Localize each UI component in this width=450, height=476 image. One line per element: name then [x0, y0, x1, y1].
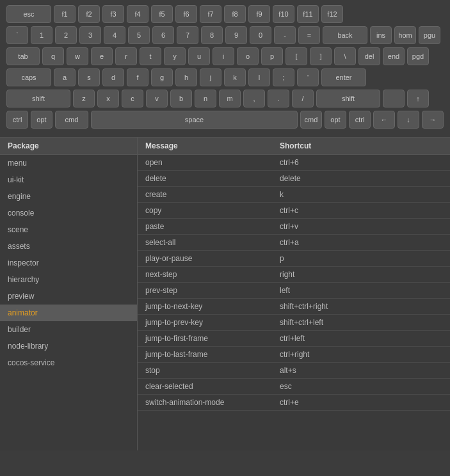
key-v[interactable]: v — [146, 90, 168, 107]
key-r[interactable]: r — [115, 47, 137, 65]
key-3[interactable]: 3 — [79, 26, 101, 44]
key-f1[interactable]: f1 — [54, 5, 76, 23]
key-cmd[interactable]: cmd — [300, 111, 322, 129]
key-x[interactable]: x — [97, 90, 119, 107]
key-t[interactable]: t — [140, 47, 161, 65]
key-4[interactable]: 4 — [104, 26, 125, 44]
sidebar-item-ui-kit[interactable]: ui-kit — [0, 171, 137, 188]
key-6[interactable]: 6 — [152, 26, 174, 44]
key-f12[interactable]: f12 — [321, 5, 343, 23]
key-cmd[interactable]: cmd — [55, 111, 88, 129]
key-s[interactable]: s — [78, 68, 100, 86]
key-7[interactable]: 7 — [177, 26, 198, 44]
key-d[interactable]: d — [102, 68, 124, 86]
key-.[interactable]: . — [268, 90, 289, 107]
key-i[interactable]: i — [213, 47, 234, 65]
sidebar-item-assets[interactable]: assets — [0, 238, 137, 255]
key-l[interactable]: l — [248, 68, 270, 86]
key-g[interactable]: g — [151, 68, 173, 86]
key-[[interactable]: [ — [285, 47, 307, 65]
key-8[interactable]: 8 — [201, 26, 223, 44]
key-space[interactable]: space — [91, 111, 298, 129]
sidebar-item-node-library[interactable]: node-library — [0, 338, 137, 354]
key-f9[interactable]: f9 — [248, 5, 270, 23]
sidebar-item-cocos-service[interactable]: cocos-service — [0, 354, 137, 371]
sidebar-item-console[interactable]: console — [0, 205, 137, 221]
key--[interactable]: - — [274, 26, 296, 44]
key-9[interactable]: 9 — [225, 26, 247, 44]
key-p[interactable]: p — [261, 47, 283, 65]
cell-message: play-or-pause — [145, 254, 280, 263]
sidebar-item-menu[interactable]: menu — [0, 155, 137, 171]
sidebar-item-scene[interactable]: scene — [0, 221, 137, 238]
key-h[interactable]: h — [175, 68, 197, 86]
key-w[interactable]: w — [67, 47, 88, 65]
key-'[interactable]: ' — [297, 68, 319, 86]
sidebar-item-hierarchy[interactable]: hierarchy — [0, 271, 137, 288]
key-f11[interactable]: f11 — [297, 5, 319, 23]
key-shift[interactable]: shift — [316, 90, 380, 107]
key-↓[interactable]: ↓ — [398, 111, 419, 129]
cell-shortcut: shift+ctrl+left — [280, 318, 442, 327]
key-k[interactable]: k — [224, 68, 246, 86]
key-][interactable]: ] — [310, 47, 332, 65]
key-\[interactable]: \ — [334, 47, 356, 65]
key-a[interactable]: a — [54, 68, 76, 86]
sidebar-item-preview[interactable]: preview — [0, 288, 137, 305]
key-f7[interactable]: f7 — [200, 5, 221, 23]
key-f6[interactable]: f6 — [175, 5, 197, 23]
key-shift[interactable]: shift — [6, 90, 70, 107]
key-j[interactable]: j — [200, 68, 221, 86]
key-pgd[interactable]: pgd — [407, 47, 429, 65]
key-n[interactable]: n — [195, 90, 216, 107]
key-,[interactable]: , — [243, 90, 265, 107]
key-→[interactable]: → — [422, 111, 444, 129]
key-2[interactable]: 2 — [55, 26, 77, 44]
key-q[interactable]: q — [42, 47, 64, 65]
key-ins[interactable]: ins — [370, 26, 392, 44]
key-f[interactable]: f — [127, 68, 149, 86]
key-u[interactable]: u — [188, 47, 210, 65]
key-/[interactable]: / — [292, 90, 314, 107]
key-tab[interactable]: tab — [6, 47, 40, 65]
sidebar-item-inspector[interactable]: inspector — [0, 255, 137, 271]
key-0[interactable]: 0 — [250, 26, 271, 44]
cell-message: select-all — [145, 238, 280, 247]
key-y[interactable]: y — [164, 47, 186, 65]
key-e[interactable]: e — [91, 47, 113, 65]
key-ctrl[interactable]: ctrl — [349, 111, 371, 129]
key-esc[interactable]: esc — [6, 5, 51, 23]
key-f4[interactable]: f4 — [127, 5, 149, 23]
key-opt[interactable]: opt — [31, 111, 52, 129]
key-;[interactable]: ; — [273, 68, 294, 86]
key-f3[interactable]: f3 — [102, 5, 124, 23]
key-o[interactable]: o — [237, 47, 259, 65]
key-z[interactable]: z — [73, 90, 95, 107]
key-opt[interactable]: opt — [325, 111, 346, 129]
key-f2[interactable]: f2 — [78, 5, 100, 23]
key-c[interactable]: c — [122, 90, 143, 107]
key-f10[interactable]: f10 — [273, 5, 294, 23]
key-hom[interactable]: hom — [394, 26, 416, 44]
key-←[interactable]: ← — [373, 111, 395, 129]
key-del[interactable]: del — [358, 47, 380, 65]
key-back[interactable]: back — [323, 26, 367, 44]
key-b[interactable]: b — [170, 90, 192, 107]
sidebar-item-builder[interactable]: builder — [0, 321, 137, 338]
key-enter[interactable]: enter — [321, 68, 366, 86]
key-↑[interactable]: ↑ — [407, 90, 429, 107]
key-ctrl[interactable]: ctrl — [6, 111, 28, 129]
key-1[interactable]: 1 — [31, 26, 52, 44]
key-end[interactable]: end — [383, 47, 405, 65]
key-=[interactable]: = — [298, 26, 320, 44]
key-5[interactable]: 5 — [128, 26, 150, 44]
key-caps[interactable]: caps — [6, 68, 51, 86]
key-blank[interactable] — [383, 90, 405, 107]
sidebar-item-animator[interactable]: animator — [0, 305, 137, 321]
key-`[interactable]: ` — [6, 26, 28, 44]
key-f5[interactable]: f5 — [151, 5, 173, 23]
key-f8[interactable]: f8 — [224, 5, 246, 23]
key-m[interactable]: m — [219, 90, 241, 107]
key-pgu[interactable]: pgu — [419, 26, 440, 44]
sidebar-item-engine[interactable]: engine — [0, 188, 137, 205]
